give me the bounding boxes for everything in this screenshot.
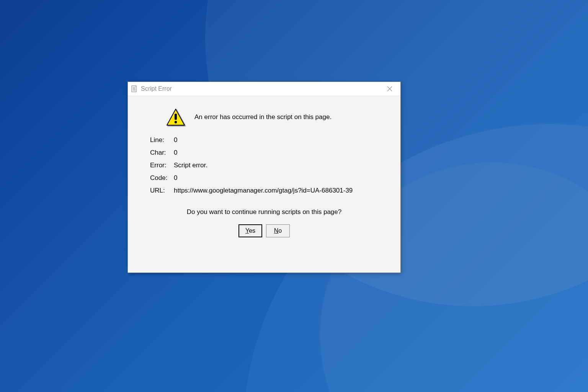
line-label: Line: xyxy=(150,136,174,145)
code-value: 0 xyxy=(174,174,358,183)
button-row: Yes No xyxy=(139,224,389,237)
error-message: An error has occurred in the script on t… xyxy=(194,113,332,121)
detail-char: Char: 0 xyxy=(150,149,389,157)
no-button[interactable]: No xyxy=(266,224,290,237)
line-value: 0 xyxy=(174,136,358,145)
titlebar[interactable]: Script Error xyxy=(128,82,400,96)
dialog-title: Script Error xyxy=(141,85,382,92)
error-details: Line: 0 Char: 0 Error: Script error. Cod… xyxy=(150,136,389,195)
code-label: Code: xyxy=(150,174,174,183)
svg-rect-8 xyxy=(175,114,177,120)
no-mnemonic: N xyxy=(274,227,279,234)
detail-line: Line: 0 xyxy=(150,136,389,145)
desktop-background: Script Error An error has occurred in th… xyxy=(0,0,588,392)
dialog-body: An error has occurred in the script on t… xyxy=(128,96,400,273)
no-rest: o xyxy=(278,227,282,234)
close-button[interactable] xyxy=(382,83,397,95)
yes-rest: es xyxy=(249,227,255,234)
url-value: https://www.googletagmanager.com/gtag/js… xyxy=(174,186,358,195)
detail-error: Error: Script error. xyxy=(150,161,389,170)
error-value: Script error. xyxy=(174,161,358,170)
background-decoration xyxy=(320,162,588,392)
char-label: Char: xyxy=(150,149,174,157)
warning-icon xyxy=(166,108,185,126)
url-label: URL: xyxy=(150,186,174,195)
char-value: 0 xyxy=(174,149,358,157)
close-icon xyxy=(387,86,392,91)
detail-url: URL: https://www.googletagmanager.com/gt… xyxy=(150,186,389,195)
message-row: An error has occurred in the script on t… xyxy=(166,108,389,126)
error-label: Error: xyxy=(150,161,174,170)
document-icon xyxy=(131,85,138,92)
yes-button[interactable]: Yes xyxy=(238,224,262,237)
yes-mnemonic: Y xyxy=(245,227,249,234)
script-error-dialog: Script Error An error has occurred in th… xyxy=(127,82,401,273)
detail-code: Code: 0 xyxy=(150,174,389,183)
continue-question: Do you want to continue running scripts … xyxy=(139,208,389,216)
svg-point-9 xyxy=(175,121,177,123)
